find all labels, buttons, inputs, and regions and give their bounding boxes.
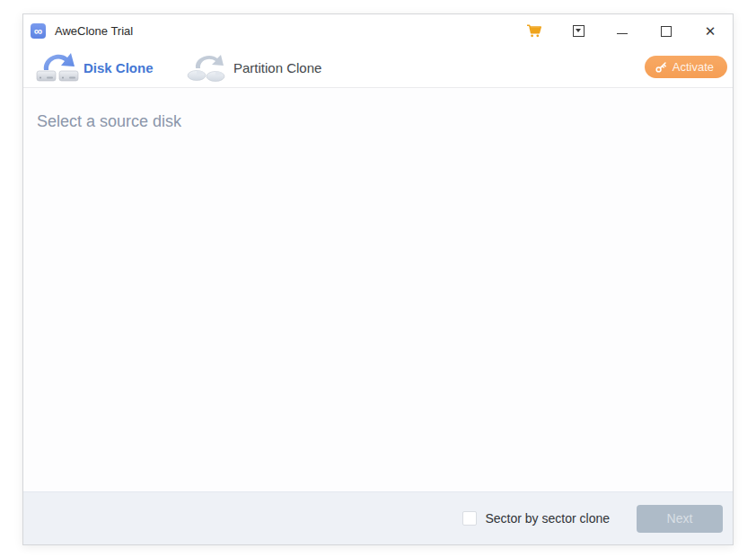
next-button[interactable]: Next: [637, 505, 723, 533]
maximize-icon: [661, 26, 672, 37]
sector-by-sector-checkbox[interactable]: [462, 511, 477, 526]
buy-cart-button[interactable]: [524, 22, 544, 41]
tab-partition-clone[interactable]: Partition Clone: [185, 48, 321, 87]
tab-disk-clone[interactable]: Disk Clone: [35, 48, 154, 87]
tab-partition-clone-label: Partition Clone: [233, 60, 321, 75]
minimize-button[interactable]: [612, 22, 632, 41]
tray-box-icon: [573, 25, 585, 37]
tab-bar: Disk Clone Partition Clone: [23, 48, 733, 88]
titlebar: ∞ AweClone Trial ✕: [23, 14, 733, 48]
close-icon: ✕: [705, 24, 716, 38]
sector-by-sector-label: Sector by sector clone: [485, 511, 610, 526]
close-button[interactable]: ✕: [700, 22, 720, 41]
page-title: Select a source disk: [37, 112, 181, 131]
sector-by-sector-option[interactable]: Sector by sector clone: [462, 511, 610, 526]
minimize-icon: [617, 33, 628, 34]
main-content: Select a source disk: [23, 88, 733, 507]
activate-button-label: Activate: [672, 60, 714, 74]
key-icon: [655, 61, 667, 73]
app-logo-icon: ∞: [31, 23, 46, 39]
disk-clone-icon: [35, 49, 80, 84]
partition-clone-icon: [185, 49, 230, 84]
maximize-button[interactable]: [656, 22, 676, 41]
window-title: AweClone Trial: [55, 24, 133, 38]
minimize-to-tray-button[interactable]: [568, 22, 588, 41]
app-window: ∞ AweClone Trial ✕: [22, 13, 734, 545]
shopping-cart-icon: [526, 24, 542, 39]
footer-bar: Sector by sector clone Next: [23, 491, 733, 544]
tab-disk-clone-label: Disk Clone: [84, 60, 154, 75]
activate-button[interactable]: Activate: [645, 56, 727, 78]
